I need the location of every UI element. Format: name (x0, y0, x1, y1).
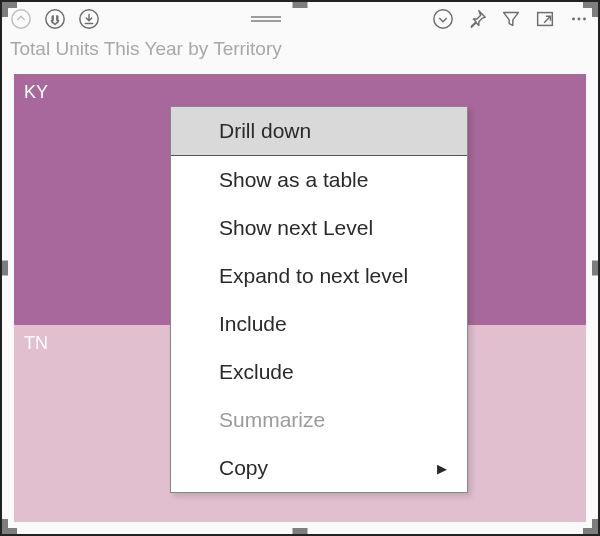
menu-item-label: Expand to next level (219, 264, 408, 287)
drill-up-icon[interactable] (8, 6, 34, 32)
context-menu: Drill down Show as a table Show next Lev… (170, 106, 468, 493)
drill-mode-icon[interactable] (430, 6, 456, 32)
menu-item-exclude[interactable]: Exclude (171, 348, 467, 396)
menu-item-label: Exclude (219, 360, 294, 383)
svg-point-6 (578, 18, 581, 21)
focus-mode-icon[interactable] (532, 6, 558, 32)
visual-title: Total Units This Year by Territory (2, 36, 598, 66)
menu-item-label: Copy (219, 456, 268, 479)
tile-label: TN (24, 333, 48, 353)
svg-point-3 (434, 10, 452, 28)
menu-item-label: Summarize (219, 408, 325, 431)
submenu-arrow-icon: ▶ (437, 461, 447, 476)
svg-point-0 (12, 10, 30, 28)
menu-item-include[interactable]: Include (171, 300, 467, 348)
resize-handle[interactable] (583, 2, 598, 8)
svg-point-7 (583, 18, 586, 21)
filter-icon[interactable] (498, 6, 524, 32)
drag-handle-icon[interactable] (251, 16, 281, 22)
svg-point-5 (572, 18, 575, 21)
menu-item-label: Show as a table (219, 168, 368, 191)
drill-down-icon[interactable] (42, 6, 68, 32)
tile-label: KY (24, 82, 48, 102)
menu-item-summarize: Summarize (171, 396, 467, 444)
resize-handle[interactable] (293, 528, 308, 534)
resize-handle[interactable] (583, 528, 598, 534)
menu-item-show-as-table[interactable]: Show as a table (171, 156, 467, 204)
menu-item-copy[interactable]: Copy ▶ (171, 444, 467, 492)
menu-item-drill-down[interactable]: Drill down (171, 107, 467, 156)
resize-handle[interactable] (293, 2, 308, 8)
menu-item-show-next-level[interactable]: Show next Level (171, 204, 467, 252)
more-options-icon[interactable] (566, 6, 592, 32)
resize-handle[interactable] (2, 528, 17, 534)
pin-icon[interactable] (464, 6, 490, 32)
menu-item-label: Show next Level (219, 216, 373, 239)
visual-frame: Total Units This Year by Territory KY TN… (0, 0, 600, 536)
menu-item-label: Include (219, 312, 287, 335)
expand-next-level-icon[interactable] (76, 6, 102, 32)
resize-handle[interactable] (592, 261, 598, 276)
menu-item-label: Drill down (219, 119, 311, 142)
resize-handle[interactable] (2, 2, 17, 8)
menu-item-expand-next-level[interactable]: Expand to next level (171, 252, 467, 300)
resize-handle[interactable] (2, 261, 8, 276)
